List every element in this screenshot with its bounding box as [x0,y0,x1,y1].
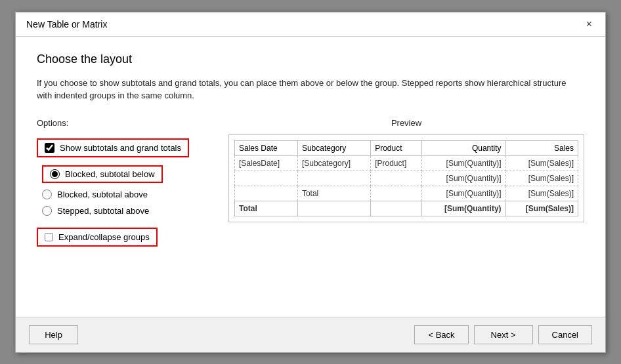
preview-table-wrapper: Sales Date Subcategory Product Quantity … [228,134,584,222]
cell-subcategory: [Subcategory] [297,155,370,171]
expand-collapse-label[interactable]: Expand/collapse groups [58,232,150,242]
cell-sum-sales: [Sum(Sales)] [505,155,578,171]
radio-blocked-above-label[interactable]: Blocked, subtotal above [57,190,148,199]
cell-product: [Product] [371,155,422,171]
cell-gt-empty1 [297,201,370,216]
table-row: [SalesDate] [Subcategory] [Product] [Sum… [235,155,578,171]
expand-collapse-checkbox[interactable] [45,233,53,241]
th-quantity: Quantity [422,140,505,155]
dialog-window: New Table or Matrix × Choose the layout … [15,12,606,353]
expand-collapse-row: Expand/collapse groups [37,228,158,247]
show-subtotals-row: Show subtotals and grand totals [37,138,189,157]
footer-right: < Back Next > Cancel [414,325,592,344]
next-button[interactable]: Next > [474,325,533,344]
preview-label: Preview [228,118,584,128]
cell-empty1 [235,171,298,186]
radio-blocked-below-label[interactable]: Blocked, subtotal below [65,169,155,179]
show-subtotals-label[interactable]: Show subtotals and grand totals [60,143,181,153]
th-sales: Sales [505,140,578,155]
cell-grand-total-label: Total [235,201,298,216]
content-area: Options: Show subtotals and grand totals… [37,118,584,306]
cell-total-sub: Total [297,186,370,201]
preview-panel: Preview Sales Date Subcategory Product Q… [228,118,584,306]
title-bar: New Table or Matrix × [16,12,605,37]
footer-left: Help [29,325,78,344]
cancel-button[interactable]: Cancel [538,325,592,344]
cell-empty2 [297,171,370,186]
th-sales-date: Sales Date [235,140,298,155]
options-panel: Options: Show subtotals and grand totals… [37,118,207,306]
grand-total-row: Total [Sum(Quantity) [Sum(Sales)] [235,201,578,216]
help-button[interactable]: Help [29,325,78,344]
options-label: Options: [37,118,207,128]
cell-sum-qty: [Sum(Quantity)] [422,155,505,171]
dialog-footer: Help < Back Next > Cancel [16,317,605,352]
cell-salesdate: [SalesDate] [235,155,298,171]
description-text: If you choose to show subtotals and gran… [37,77,575,102]
radio-blocked-below-row: Blocked, subtotal below [42,165,163,183]
radio-stepped-above[interactable] [42,206,52,216]
cell-empty5 [371,186,422,201]
back-button[interactable]: < Back [414,325,468,344]
radio-blocked-above-row: Blocked, subtotal above [42,190,207,199]
table-row: Total [Sum(Quantity)] [Sum(Sales)] [235,186,578,201]
preview-table: Sales Date Subcategory Product Quantity … [234,140,578,216]
close-button[interactable]: × [584,19,595,30]
cell-empty4 [235,186,298,201]
cell-empty3 [371,171,422,186]
cell-gt-sales: [Sum(Sales)] [505,201,578,216]
cell-sum-qty3: [Sum(Quantity)] [422,186,505,201]
section-title: Choose the layout [37,52,584,66]
cell-gt-qty: [Sum(Quantity) [422,201,505,216]
cell-sum-sales2: [Sum(Sales)] [505,171,578,186]
dialog-body: Choose the layout If you choose to show … [16,37,605,317]
radio-stepped-above-row: Stepped, subtotal above [42,206,207,216]
radio-stepped-above-label[interactable]: Stepped, subtotal above [57,206,149,216]
table-header-row: Sales Date Subcategory Product Quantity … [235,140,578,155]
cell-gt-empty2 [371,201,422,216]
dialog-title: New Table or Matrix [26,19,107,30]
radio-blocked-above[interactable] [42,190,52,199]
cell-sum-sales3: [Sum(Sales)] [505,186,578,201]
radio-blocked-below[interactable] [50,169,60,179]
th-product: Product [371,140,422,155]
th-subcategory: Subcategory [297,140,370,155]
table-row: [Sum(Quantity)] [Sum(Sales)] [235,171,578,186]
cell-sum-qty2: [Sum(Quantity)] [422,171,505,186]
show-subtotals-checkbox[interactable] [45,143,54,153]
radio-group: Blocked, subtotal below Blocked, subtota… [42,165,207,216]
